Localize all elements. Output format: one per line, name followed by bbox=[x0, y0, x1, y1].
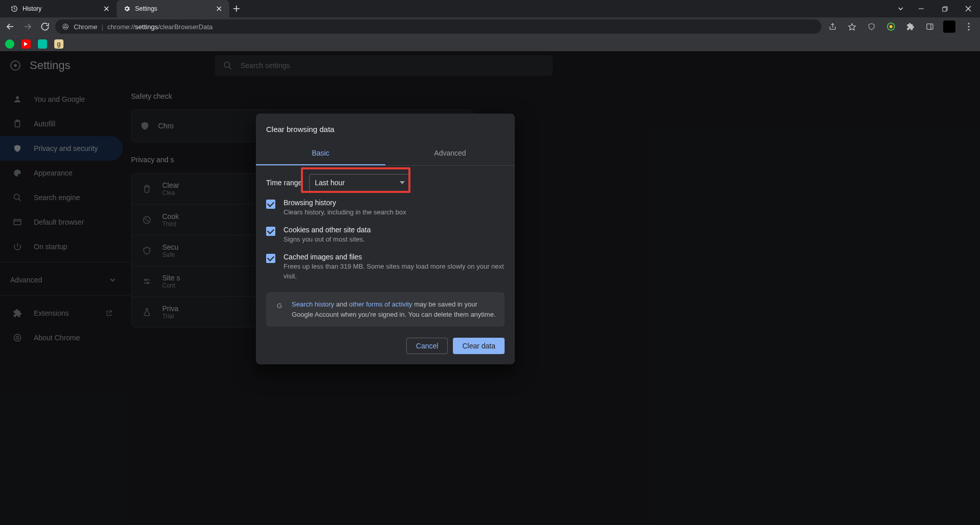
svg-point-20 bbox=[889, 25, 892, 28]
maximize-button[interactable] bbox=[933, 0, 956, 17]
extension-circle-icon[interactable] bbox=[883, 19, 899, 34]
time-range-select[interactable]: Last hour bbox=[309, 174, 410, 191]
chevron-down-icon bbox=[400, 181, 405, 184]
option-title: Cached images and files bbox=[284, 253, 505, 261]
back-button[interactable] bbox=[3, 19, 17, 34]
share-icon[interactable] bbox=[824, 19, 841, 34]
tab-advanced[interactable]: Advanced bbox=[385, 141, 515, 165]
omnibox-separator: | bbox=[101, 23, 103, 31]
tab-settings[interactable]: Settings bbox=[117, 0, 229, 17]
tab-search-button[interactable] bbox=[892, 0, 909, 17]
extension-shield-icon[interactable] bbox=[863, 19, 880, 34]
tab-basic[interactable]: Basic bbox=[256, 141, 385, 165]
clear-data-button[interactable]: Clear data bbox=[453, 338, 505, 354]
option-cookies[interactable]: Cookies and other site data Signs you ou… bbox=[256, 222, 515, 249]
side-panel-icon[interactable] bbox=[922, 19, 938, 34]
forward-button[interactable] bbox=[20, 19, 35, 34]
bookmark-icon[interactable] bbox=[21, 39, 31, 49]
time-range-row: Time range Last hour bbox=[256, 166, 515, 194]
bookmark-icon[interactable] bbox=[38, 39, 47, 49]
checkbox-checked-icon[interactable] bbox=[266, 254, 275, 263]
browser-toolbar: Chrome | chrome://settings/clearBrowserD… bbox=[0, 17, 980, 36]
reload-button[interactable] bbox=[38, 19, 52, 34]
clear-browsing-data-dialog: Clear browsing data Basic Advanced Time … bbox=[256, 114, 515, 364]
cancel-button[interactable]: Cancel bbox=[406, 338, 448, 354]
svg-marker-47 bbox=[400, 181, 405, 184]
option-cache[interactable]: Cached images and files Frees up less th… bbox=[256, 249, 515, 286]
svg-line-16 bbox=[67, 27, 68, 28]
omnibox-host: Chrome bbox=[74, 23, 97, 31]
option-title: Browsing history bbox=[284, 199, 406, 207]
google-account-info: G Search history and other forms of acti… bbox=[266, 292, 505, 326]
checkbox-checked-icon[interactable] bbox=[266, 200, 275, 209]
new-tab-button[interactable] bbox=[229, 0, 244, 17]
history-icon bbox=[10, 5, 18, 13]
option-subtitle: Clears history, including in the search … bbox=[284, 208, 406, 217]
checkbox-checked-icon[interactable] bbox=[266, 227, 275, 236]
bookmark-icon[interactable] bbox=[5, 39, 14, 49]
option-title: Cookies and other site data bbox=[284, 226, 371, 234]
svg-line-15 bbox=[63, 27, 65, 28]
close-icon[interactable] bbox=[102, 5, 111, 13]
chrome-icon bbox=[61, 23, 70, 31]
svg-point-13 bbox=[64, 26, 67, 28]
option-subtitle: Frees up less than 319 MB. Some sites ma… bbox=[284, 262, 505, 281]
bookmark-icon[interactable]: g bbox=[54, 39, 63, 49]
svg-rect-21 bbox=[927, 24, 933, 30]
close-window-button[interactable] bbox=[956, 0, 980, 17]
svg-point-25 bbox=[968, 29, 969, 30]
svg-point-23 bbox=[968, 23, 969, 24]
profile-avatar[interactable] bbox=[941, 19, 957, 34]
title-bar: History Settings bbox=[0, 0, 980, 17]
option-browsing-history[interactable]: Browsing history Clears history, includi… bbox=[256, 194, 515, 222]
other-activity-link[interactable]: other forms of activity bbox=[349, 300, 412, 308]
info-text: Search history and other forms of activi… bbox=[292, 299, 496, 319]
menu-dots-icon[interactable] bbox=[961, 19, 977, 34]
svg-point-24 bbox=[968, 26, 969, 27]
window-controls bbox=[892, 0, 980, 17]
extensions-puzzle-icon[interactable] bbox=[902, 19, 919, 34]
close-icon[interactable] bbox=[215, 5, 223, 13]
bookmark-star-icon[interactable] bbox=[844, 19, 860, 34]
tab-settings-label: Settings bbox=[135, 5, 211, 12]
time-range-value: Last hour bbox=[315, 179, 344, 187]
tab-history[interactable]: History bbox=[4, 0, 117, 17]
svg-rect-7 bbox=[942, 7, 946, 11]
dialog-title: Clear browsing data bbox=[256, 114, 515, 141]
gear-icon bbox=[123, 5, 131, 13]
google-g-icon: G bbox=[274, 300, 285, 311]
settings-page: Settings Search settings You and Google … bbox=[0, 51, 980, 525]
omnibox-path: chrome://settings/clearBrowserData bbox=[107, 23, 213, 31]
tab-strip: History Settings bbox=[0, 0, 892, 17]
tab-history-label: History bbox=[23, 5, 98, 12]
time-range-label: Time range bbox=[266, 179, 302, 187]
svg-marker-18 bbox=[848, 24, 855, 30]
address-bar[interactable]: Chrome | chrome://settings/clearBrowserD… bbox=[55, 19, 821, 34]
option-subtitle: Signs you out of most sites. bbox=[284, 235, 371, 245]
dialog-footer: Cancel Clear data bbox=[256, 326, 515, 356]
bookmarks-bar: g bbox=[0, 36, 980, 51]
minimize-button[interactable] bbox=[909, 0, 933, 17]
search-history-link[interactable]: Search history bbox=[292, 300, 334, 308]
dialog-tabs: Basic Advanced bbox=[256, 141, 515, 165]
